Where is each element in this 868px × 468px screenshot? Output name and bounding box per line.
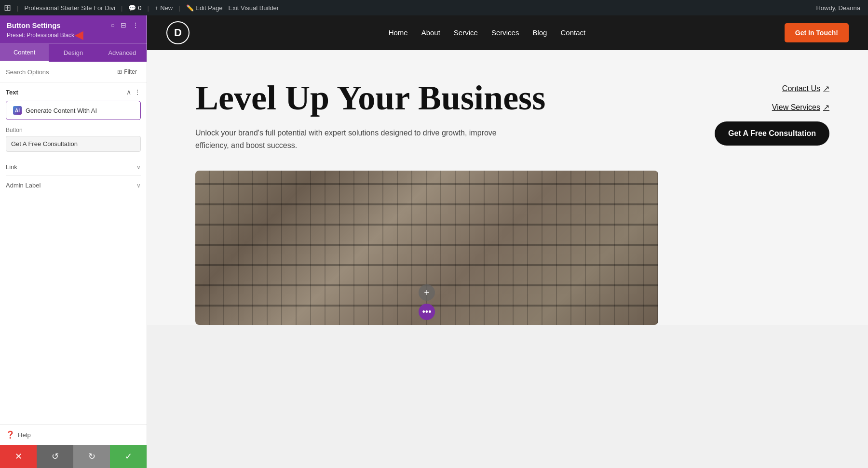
text-section-more-btn[interactable]: ⋮ — [134, 88, 141, 96]
search-input[interactable] — [6, 68, 109, 76]
panel-icon-dots-btn[interactable]: ⋮ — [131, 20, 140, 30]
admin-bar-sep2: | — [121, 4, 122, 12]
panel-icon-circle-btn[interactable]: ○ — [110, 20, 116, 30]
preview-area: D Home About Service Services Blog Conta… — [147, 15, 868, 468]
panel-icon-columns-btn[interactable]: ⊟ — [120, 20, 127, 30]
external-link-icon: ↗ — [823, 84, 829, 93]
panel-title: Button Settings — [7, 21, 61, 29]
button-field: Button — [6, 127, 141, 159]
admin-label-section: Admin Label ∨ — [6, 177, 141, 194]
admin-bar-sep4: | — [178, 4, 180, 12]
new-link[interactable]: + New — [155, 4, 173, 12]
link-section-header[interactable]: Link ∨ — [6, 163, 141, 171]
text-section-title: Text — [6, 89, 18, 96]
panel-search-bar: ⊞ Filter — [0, 62, 147, 82]
link-section: Link ∨ — [6, 159, 141, 176]
admin-bar-sep3: | — [148, 4, 149, 12]
tab-design[interactable]: Design — [49, 44, 97, 62]
undo-icon: ↺ — [52, 451, 59, 462]
pencil-icon: ✏️ — [186, 4, 194, 12]
contact-us-label: Contact Us — [782, 84, 820, 93]
nav-link-contact[interactable]: Contact — [560, 28, 585, 37]
text-section-collapse-btn[interactable]: ∧ — [126, 88, 131, 96]
view-services-link[interactable]: View Services ↗ — [772, 103, 829, 112]
site-logo: D — [166, 21, 190, 44]
nav-link-blog[interactable]: Blog — [532, 28, 547, 37]
view-services-arrow-icon: ↗ — [823, 103, 829, 112]
filter-label: Filter — [124, 68, 137, 75]
help-section: ❓ Help — [0, 424, 147, 445]
building-image: + ••• — [195, 171, 658, 325]
hero-cta-button[interactable]: Get A Free Consultation — [715, 121, 829, 146]
help-circle-icon: ❓ — [6, 430, 15, 439]
nav-link-about[interactable]: About — [421, 28, 440, 37]
nav-item-blog[interactable]: Blog — [532, 28, 547, 37]
hero-content: Level Up Your Business Unlock your brand… — [195, 79, 695, 151]
button-text-input[interactable] — [6, 136, 141, 152]
cancel-icon: ✕ — [15, 451, 22, 462]
redo-icon: ↻ — [88, 451, 95, 462]
text-section-header: Text ∧ ⋮ — [6, 88, 141, 96]
button-field-label: Button — [6, 127, 141, 134]
redo-button[interactable]: ↻ — [73, 445, 110, 468]
hero-description: Unlock your brand's full potential with … — [195, 127, 523, 151]
nav-link-services[interactable]: Services — [491, 28, 519, 37]
nav-link-home[interactable]: Home — [389, 28, 408, 37]
link-chevron-icon: ∨ — [136, 164, 141, 171]
admin-label-chevron-icon: ∨ — [136, 182, 141, 189]
left-panel: Button Settings ○ ⊟ ⋮ Preset: Profession… — [0, 15, 147, 468]
cancel-button[interactable]: ✕ — [0, 445, 37, 468]
main-wrapper: Button Settings ○ ⊟ ⋮ Preset: Profession… — [0, 15, 868, 468]
more-options-button[interactable]: ••• — [419, 304, 435, 320]
admin-label-section-header[interactable]: Admin Label ∨ — [6, 182, 141, 189]
save-button[interactable]: ✓ — [110, 445, 147, 468]
building-image-section: + ••• — [147, 171, 868, 325]
nav-item-contact[interactable]: Contact — [560, 28, 585, 37]
nav-link-service[interactable]: Service — [454, 28, 478, 37]
edit-page-link[interactable]: ✏️ Edit Page — [186, 4, 223, 12]
nav-item-home[interactable]: Home — [389, 28, 408, 37]
ai-icon: AI — [13, 106, 22, 115]
text-section-controls: ∧ ⋮ — [126, 88, 141, 96]
comments-count: 0 — [138, 4, 141, 12]
view-services-label: View Services — [772, 103, 820, 112]
wp-admin-bar: ⊞ | Professional Starter Site For Divi |… — [0, 0, 868, 15]
howdy-text: Howdy, Deanna — [816, 4, 860, 12]
nav-item-service[interactable]: Service — [454, 28, 478, 37]
add-element-button[interactable]: + — [419, 284, 435, 301]
panel-content: Text ∧ ⋮ AI Generate Content With AI But… — [0, 82, 147, 424]
site-name-link[interactable]: Professional Starter Site For Divi — [24, 4, 115, 12]
site-menu: Home About Service Services Blog Contact — [389, 28, 586, 37]
ai-generate-button[interactable]: AI Generate Content With AI — [6, 101, 141, 120]
preset-label: Preset: Professional Black — [7, 32, 74, 39]
filter-button[interactable]: ⊞ Filter — [113, 67, 141, 77]
tab-advanced[interactable]: Advanced — [98, 44, 147, 62]
admin-bar-sep: | — [17, 4, 18, 12]
contact-us-link[interactable]: Contact Us ↗ — [782, 84, 829, 93]
nav-item-services[interactable]: Services — [491, 28, 519, 37]
panel-footer: ✕ ↺ ↻ ✓ — [0, 445, 147, 468]
ai-generate-label: Generate Content With AI — [26, 107, 97, 114]
site-nav: D Home About Service Services Blog Conta… — [147, 15, 868, 50]
panel-tabs: Content Design Advanced — [0, 43, 147, 62]
hero-actions: Contact Us ↗ View Services ↗ Get A Free … — [715, 79, 829, 146]
hero-title: Level Up Your Business — [195, 79, 695, 117]
red-arrow-indicator: ◀ — [75, 29, 83, 41]
filter-icon: ⊞ — [117, 68, 122, 75]
panel-preset: Preset: Professional Black ▾ — [7, 32, 140, 39]
save-checkmark-icon: ✓ — [125, 451, 132, 462]
wp-logo-icon[interactable]: ⊞ — [4, 2, 11, 13]
link-section-title: Link — [6, 163, 17, 171]
speech-bubble-icon: 💬 — [128, 4, 136, 12]
hero-section: Level Up Your Business Unlock your brand… — [147, 50, 868, 171]
panel-header: Button Settings ○ ⊟ ⋮ Preset: Profession… — [0, 15, 147, 43]
admin-label-title: Admin Label — [6, 182, 41, 189]
nav-item-about[interactable]: About — [421, 28, 440, 37]
site-cta-button[interactable]: Get In Touch! — [785, 23, 849, 42]
panel-header-icons: ○ ⊟ ⋮ — [110, 20, 140, 30]
help-label: Help — [18, 431, 31, 439]
tab-content[interactable]: Content — [0, 44, 49, 62]
exit-vb-link[interactable]: Exit Visual Builder — [229, 4, 279, 12]
comments-link[interactable]: 💬 0 — [128, 4, 141, 12]
undo-button[interactable]: ↺ — [37, 445, 73, 468]
